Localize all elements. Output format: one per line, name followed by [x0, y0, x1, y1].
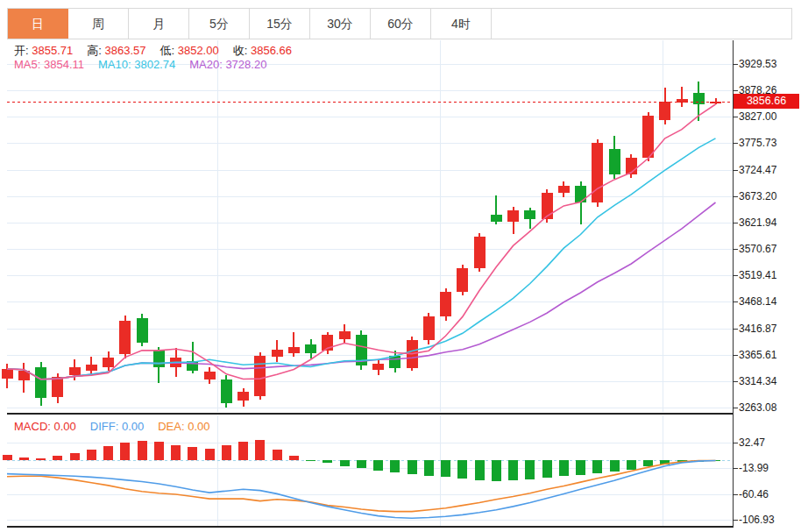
- price-axis-label: 3263.08: [739, 401, 776, 414]
- info-open: 开: 3855.71: [14, 44, 73, 57]
- axis-tick: [733, 170, 738, 171]
- price-axis-label: 3827.00: [739, 110, 776, 123]
- macd-axis-label: -13.99: [739, 462, 769, 474]
- axis-tick: [733, 329, 738, 330]
- price-axis-label: 3314.34: [739, 375, 776, 387]
- axis-tick: [733, 468, 738, 469]
- price-axis-label: 3519.41: [739, 269, 776, 281]
- info-low: 低: 3852.00: [159, 44, 218, 57]
- price-axis-label: 3929.53: [739, 58, 776, 70]
- price-axis-label: 3416.87: [739, 323, 776, 335]
- macd-axis-label: 32.47: [739, 436, 765, 449]
- axis-tick: [733, 90, 738, 91]
- axis-tick: [733, 301, 738, 302]
- info-high: 高: 3863.57: [87, 44, 145, 57]
- axis-tick: [733, 275, 738, 276]
- axis-tick: [733, 443, 738, 443]
- price-axis-label: 3468.14: [739, 295, 776, 308]
- axis-tick: [733, 355, 738, 356]
- macd-axis-label: -60.46: [739, 488, 769, 500]
- price-axis-label: 3724.47: [739, 164, 776, 176]
- macd-axis-label: -106.93: [739, 514, 775, 526]
- last-price-tag: 3856.66: [734, 94, 799, 109]
- ma-info-row: MA5: 3854.11MA10: 3802.74MA20: 3728.20: [14, 58, 280, 71]
- price-axis-label: 3365.61: [739, 349, 776, 361]
- axis-labels: 3929.533878.263827.003775.733724.473673.…: [0, 0, 801, 532]
- axis-tick: [733, 196, 738, 197]
- macd-value: MACD: 0.00: [14, 420, 76, 433]
- price-axis-label: 3673.20: [739, 190, 776, 202]
- diff-value: DIFF: 0.00: [90, 420, 144, 433]
- last-price-dotted-line: [7, 102, 733, 103]
- axis-tick: [733, 64, 738, 65]
- axis-tick: [733, 494, 738, 495]
- ma5-value: MA5: 3854.11: [14, 58, 84, 71]
- axis-tick: [733, 408, 738, 408]
- dea-value: DEA: 0.00: [158, 420, 209, 433]
- kline-chart-app: 日周月5分15分30分60分4时 3929.533878.263827.0037…: [0, 0, 801, 532]
- axis-tick: [733, 520, 738, 521]
- axis-tick: [733, 143, 738, 144]
- axis-tick: [733, 117, 738, 117]
- axis-tick: [733, 381, 738, 382]
- macd-info-row: MACD: 0.00DIFF: 0.00DEA: 0.00: [14, 420, 224, 433]
- price-axis-label: 3621.94: [739, 216, 776, 229]
- ohlc-info-row: 开: 3855.71高: 3863.57低: 3852.00收: 3856.66: [14, 43, 306, 59]
- axis-tick: [733, 249, 738, 250]
- info-close: 收: 3856.66: [233, 44, 292, 57]
- price-axis-label: 3570.67: [739, 243, 776, 255]
- ma10-value: MA10: 3802.74: [98, 58, 175, 71]
- ma20-value: MA20: 3728.20: [189, 58, 266, 71]
- price-axis-label: 3775.73: [739, 137, 776, 149]
- axis-tick: [733, 223, 738, 223]
